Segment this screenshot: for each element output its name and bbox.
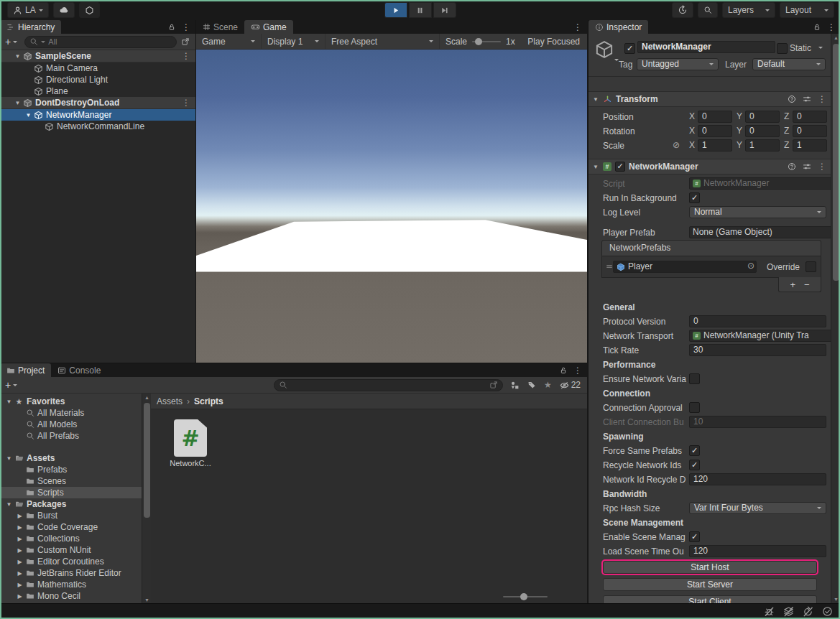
transform-y-field[interactable]: 1 [745,139,780,152]
project-tree-row[interactable]: All Prefabs [0,430,142,442]
open-in-window-icon[interactable] [181,37,190,46]
inspector-scrollbar[interactable]: ▲ ▼ [831,34,840,603]
transform-z-field[interactable]: 1 [793,139,827,152]
project-tree-row[interactable]: Prefabs [0,464,142,475]
transform-x-field[interactable]: 0 [698,111,732,123]
lock-icon[interactable] [167,23,176,32]
transform-z-field[interactable]: 0 [793,125,827,137]
transform-y-field[interactable]: 0 [745,125,780,137]
project-tree-row[interactable]: ▼★Favorites [0,396,142,407]
link-off-icon[interactable]: ⊘ [673,140,680,150]
expander-open-icon[interactable]: ▼ [13,100,22,106]
hidden-packages-icon[interactable] [560,381,569,390]
hierarchy-search-input[interactable]: All [24,36,177,48]
tab-hierarchy[interactable]: Hierarchy [0,20,61,34]
kebab-menu-icon[interactable]: ⋮ [182,98,190,108]
expander-open-icon[interactable]: ▼ [13,53,22,60]
expander-closed-icon[interactable]: ▶ [15,547,24,554]
create-button[interactable]: + [5,379,11,391]
layer-dropdown[interactable]: Default [752,58,826,70]
kebab-menu-icon[interactable]: ⋮ [818,162,826,171]
inspector-object-field[interactable]: None (Game Object)⊙ [689,226,840,238]
add-prefab-button[interactable]: + [790,279,795,290]
kebab-menu-icon[interactable]: ⋮ [827,23,836,32]
layers-dropdown[interactable]: Layers [722,2,775,18]
start-host-button[interactable]: Start Host [603,561,817,574]
fold-arrow-icon[interactable]: ▼ [592,164,599,170]
debugger-disabled-icon[interactable] [764,606,775,617]
gameobject-icon[interactable] [594,39,616,61]
prefab-object-field[interactable]: Player⊙ [613,261,757,273]
global-search-button[interactable] [698,2,718,18]
project-tree-row[interactable]: ▼Packages [0,498,142,510]
gameobject-name-field[interactable]: NetworkManager [637,41,775,53]
hierarchy-row[interactable]: ▼DontDestroyOnLoad⋮ [0,97,195,109]
expander-open-icon[interactable]: ▼ [4,455,14,462]
open-in-window-icon[interactable] [489,381,498,389]
project-tree-row[interactable]: ▶Burst [0,510,142,521]
object-picker-icon[interactable]: ⊙ [747,261,754,271]
fold-arrow-icon[interactable]: ▼ [592,96,599,103]
kebab-menu-icon[interactable]: ⋮ [573,366,582,375]
hierarchy-row[interactable]: ▼SampleScene⋮ [0,50,195,62]
expander-closed-icon[interactable]: ▶ [15,593,24,600]
cloud-services-button[interactable] [53,2,75,18]
project-tree-row[interactable]: ▶Mathematics [0,579,142,590]
play-focused-toggle[interactable]: Play Focused [527,37,587,47]
hierarchy-row[interactable]: Plane [0,85,195,97]
help-icon[interactable] [788,162,796,171]
expander-closed-icon[interactable]: ▶ [15,524,24,531]
project-tree-row[interactable]: ▶Editor Coroutines [0,556,142,567]
project-tree-row[interactable]: All Models [0,419,142,430]
inspector-text-field[interactable]: 120 [689,545,826,557]
inspector-checkbox[interactable]: ✓ [689,192,700,203]
tab-project[interactable]: Project [0,363,51,377]
transform-x-field[interactable]: 0 [698,125,732,137]
transform-y-field[interactable]: 0 [745,111,780,123]
hierarchy-row[interactable]: ▼NetworkManager [0,109,195,121]
remove-prefab-button[interactable]: − [804,279,810,290]
lock-icon[interactable] [813,23,821,32]
version-control-button[interactable] [79,2,100,18]
project-tree-scrollbar[interactable]: ▲ ▼ [142,394,152,604]
expander-closed-icon[interactable]: ▶ [15,513,24,519]
hierarchy-row[interactable]: Main Camera [0,62,195,74]
breadcrumb-scripts[interactable]: Scripts [194,396,223,406]
inspector-checkbox[interactable]: ✓ [689,445,700,456]
project-tree-row[interactable]: ▼Assets [0,452,142,464]
inspector-text-field[interactable]: 30 [689,344,826,356]
tab-scene[interactable]: Scene [196,20,244,34]
pause-button[interactable] [409,2,432,18]
create-button[interactable]: + [5,36,11,47]
project-tree-row[interactable]: ▶JetBrains Rider Editor [0,567,142,579]
project-tree-row[interactable]: ▶Code Coverage [0,521,142,533]
active-checkbox[interactable]: ✓ [624,43,635,54]
help-icon[interactable] [788,95,796,103]
aspect-dropdown[interactable]: Free Aspect [326,34,440,49]
expander-closed-icon[interactable]: ▶ [15,536,24,542]
kebab-menu-icon[interactable]: ⋮ [573,23,582,32]
kebab-menu-icon[interactable]: ⋮ [182,23,190,32]
inspector-checkbox[interactable] [689,373,700,384]
transform-x-field[interactable]: 1 [698,139,732,152]
inspector-object-field[interactable]: #NetworkManager⊙ [689,177,840,190]
step-button[interactable] [433,2,456,18]
favorites-star-icon[interactable]: ★ [544,380,552,390]
static-caret-icon[interactable] [818,47,823,49]
component-enabled-checkbox[interactable]: ✓ [615,162,625,172]
networkmanager-header[interactable]: ▼#✓NetworkManager⋮ [589,159,831,174]
inspector-checkbox[interactable]: ✓ [689,460,700,470]
drag-handle-icon[interactable] [606,262,613,272]
presets-icon[interactable] [803,162,811,171]
hierarchy-row[interactable]: NetworkCommandLine [0,121,195,132]
cache-disabled-icon[interactable] [783,606,794,617]
play-button[interactable] [384,2,407,18]
project-tree-row[interactable]: Scripts [0,487,142,498]
expander-open-icon[interactable]: ▼ [4,501,14,508]
thumbnail-size-slider[interactable] [503,596,548,597]
refresh-disabled-icon[interactable] [803,606,813,617]
inspector-checkbox[interactable] [689,402,700,413]
kebab-menu-icon[interactable]: ⋮ [182,51,190,61]
start-server-button[interactable]: Start Server [603,578,817,591]
project-tree-row[interactable]: All Materials [0,407,142,419]
